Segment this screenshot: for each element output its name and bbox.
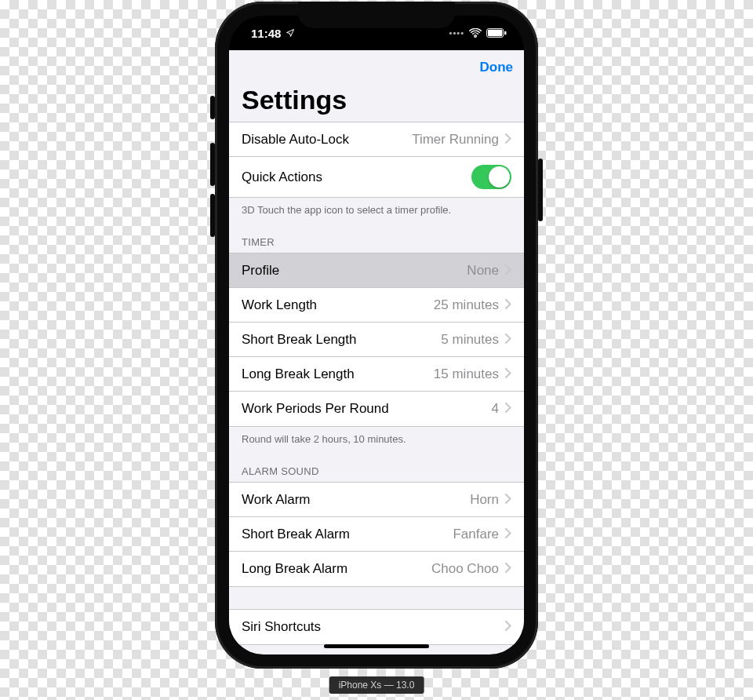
chevron-right-icon (505, 620, 511, 634)
row-label: Work Length (242, 297, 317, 313)
volume-up (210, 143, 215, 186)
row-short-break-alarm[interactable]: Short Break AlarmFanfare (229, 517, 524, 552)
row-label: Short Break Length (242, 332, 356, 348)
svg-rect-1 (488, 30, 502, 36)
row-profile[interactable]: ProfileNone (229, 253, 524, 288)
general-footer: 3D Touch the app icon to select a timer … (229, 198, 524, 216)
row-short-break-length[interactable]: Short Break Length5 minutes (229, 323, 524, 357)
row-value: None (467, 263, 499, 279)
page-title: Settings (229, 85, 524, 122)
row-disable-auto-lock[interactable]: Disable Auto-Lock Timer Running (229, 122, 524, 157)
row-label: Quick Actions (242, 170, 322, 185)
row-label: Long Break Alarm (242, 561, 347, 577)
row-long-break-alarm[interactable]: Long Break AlarmChoo Choo (229, 552, 524, 586)
row-label: Work Alarm (242, 492, 311, 508)
general-group: Disable Auto-Lock Timer Running Quick Ac… (229, 122, 524, 198)
home-indicator[interactable] (324, 644, 429, 648)
row-value: 5 minutes (441, 332, 499, 348)
power-button (538, 159, 543, 221)
alarm-group: Work AlarmHornShort Break AlarmFanfareLo… (229, 482, 524, 587)
cellular-dots-icon: •••• (449, 28, 464, 38)
row-label: Short Break Alarm (242, 527, 350, 542)
row-siri-shortcuts[interactable]: Siri Shortcuts (229, 610, 524, 644)
navbar: Done (229, 50, 524, 85)
location-icon (286, 27, 295, 40)
row-work-length[interactable]: Work Length25 minutes (229, 288, 524, 323)
chevron-right-icon (505, 133, 511, 147)
row-long-break-length[interactable]: Long Break Length15 minutes (229, 357, 524, 392)
siri-group: Siri Shortcuts (229, 609, 524, 645)
row-value: 25 minutes (434, 297, 499, 313)
row-value: Timer Running (412, 132, 499, 148)
row-label: Siri Shortcuts (242, 619, 321, 635)
chevron-right-icon (505, 298, 511, 312)
wifi-icon (469, 28, 482, 38)
timer-header: TIMER (229, 216, 524, 253)
chevron-right-icon (505, 402, 511, 416)
quick-actions-toggle[interactable] (471, 165, 511, 189)
chevron-right-icon (505, 264, 511, 278)
row-work-periods[interactable]: Work Periods Per Round4 (229, 392, 524, 426)
done-button[interactable]: Done (480, 60, 514, 75)
alarm-header: ALARM SOUND (229, 445, 524, 482)
row-value: Fanfare (453, 527, 499, 542)
row-work-alarm[interactable]: Work AlarmHorn (229, 483, 524, 517)
chevron-right-icon (505, 562, 511, 576)
row-value: 15 minutes (434, 366, 499, 382)
notch (298, 2, 455, 28)
battery-icon (486, 28, 507, 38)
row-value: Horn (470, 492, 499, 508)
simulator-caption: iPhone Xs — 13.0 (329, 676, 424, 694)
chevron-right-icon (505, 493, 511, 507)
row-quick-actions[interactable]: Quick Actions (229, 157, 524, 197)
volume-down (210, 194, 215, 237)
chevron-right-icon (505, 527, 511, 541)
screen: 11:48 •••• Done Settings (229, 16, 524, 654)
status-time: 11:48 (251, 27, 281, 40)
row-value: Choo Choo (431, 561, 499, 577)
settings-list[interactable]: Disable Auto-Lock Timer Running Quick Ac… (229, 122, 524, 654)
row-label: Long Break Length (242, 366, 355, 382)
mute-switch (210, 96, 215, 119)
timer-group: ProfileNoneWork Length25 minutesShort Br… (229, 253, 524, 427)
row-label: Work Periods Per Round (242, 401, 389, 417)
row-label: Profile (242, 263, 279, 279)
row-label: Disable Auto-Lock (242, 132, 349, 148)
chevron-right-icon (505, 367, 511, 381)
timer-footer: Round will take 2 hours, 10 minutes. (229, 427, 524, 445)
device-frame: 11:48 •••• Done Settings (215, 2, 538, 669)
chevron-right-icon (505, 333, 511, 347)
row-value: 4 (492, 401, 499, 417)
svg-rect-2 (504, 31, 506, 35)
